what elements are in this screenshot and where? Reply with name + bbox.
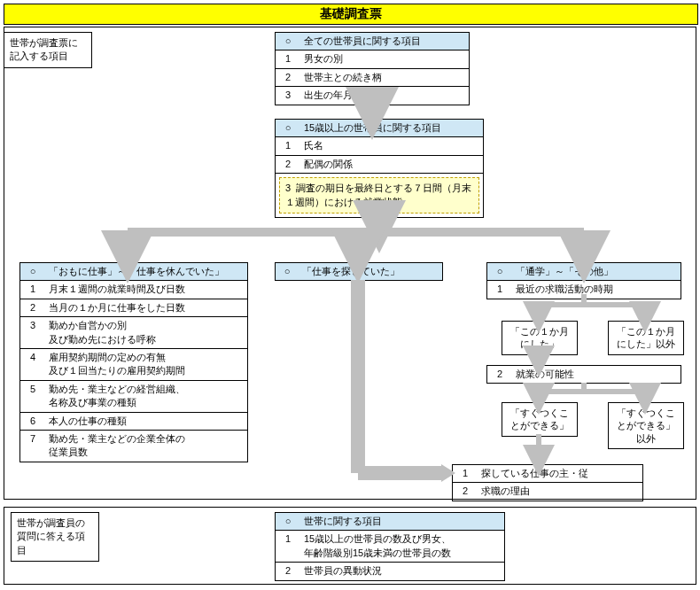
row-text: 当月の１か月に仕事をした日数: [45, 299, 248, 316]
section2-label: 世帯が調査員の質問に答える項目: [11, 512, 99, 562]
bullet: ○: [276, 263, 299, 281]
row-text: 世帯主との続き柄: [300, 68, 470, 86]
row-text: 勤めか自営かの別 及び勤め先における呼称: [45, 317, 248, 349]
row-text: 探している仕事の主・従: [478, 465, 643, 483]
row-text: 配偶の関係: [300, 155, 484, 173]
opt-last-month-yes: 「この１か月にした」: [502, 321, 578, 355]
row-text: 氏名: [300, 137, 484, 155]
header-text: 「通学」～「その他」: [512, 263, 681, 281]
box-all-members: ○全ての世帯員に関する項目 1男女の別 2世帯主との続き柄 3出生の年月: [275, 32, 470, 105]
row-text: 世帯員の異動状況: [300, 563, 505, 580]
box-mainly-work: ○「おもに仕事」～「仕事を休んでいた」 1月末１週間の就業時間及び日数 2当月の…: [19, 262, 248, 462]
row-text: 15歳以上の世帯員の数及び男女、 年齢階級別15歳未満の世帯員の数: [300, 531, 505, 563]
box-job-seeking: ○「仕事を探していた」: [275, 262, 443, 281]
dashed-employment-status: 3 調査の期日を最終日とする７日間（月末１週間）における就業状態: [279, 177, 479, 213]
box-employment-possibility: 2就業の可能性: [486, 365, 681, 384]
box-household: ○世帯に関する項目 115歳以上の世帯員の数及び男女、 年齢階級別15歳未満の世…: [275, 512, 505, 581]
row-text: 出生の年月: [300, 87, 470, 105]
row-text: 雇用契約期間の定めの有無 及び１回当たりの雇用契約期間: [45, 348, 248, 380]
box-schooling-other: ○「通学」～「その他」 1最近の求職活動の時期: [486, 262, 681, 299]
opt-can-start-yes: 「すぐつくことができる」: [502, 402, 578, 437]
header-text: 全ての世帯員に関する項目: [300, 33, 470, 50]
header-text: 世帯に関する項目: [300, 513, 505, 531]
header-text: 「おもに仕事」～「仕事を休んでいた」: [45, 263, 248, 281]
row-text: 男女の別: [300, 50, 470, 68]
row-text: 求職の理由: [478, 483, 643, 501]
opt-last-month-no: 「この１か月にした」以外: [608, 321, 684, 355]
page-title: 基礎調査票: [4, 4, 698, 25]
row-text: 勤め先・業主などの経営組織、 名称及び事業の種類: [45, 380, 248, 412]
row-text: 最近の求職活動の時期: [512, 281, 681, 299]
opt-can-start-no: 「すぐつくことができる」以外: [608, 402, 684, 449]
row-text: 月末１週間の就業時間及び日数: [45, 281, 248, 299]
bullet: ○: [487, 263, 513, 281]
diagram-canvas: 基礎調査票 世帯が調査票に記入する項目 ○全ての世帯員に関する項目 1男女の別 …: [4, 4, 696, 586]
box-job-search-details: 1探している仕事の主・従 2求職の理由: [452, 464, 643, 501]
bullet: ○: [20, 263, 46, 281]
header-text: 15歳以上の世帯員に関する項目: [300, 120, 484, 137]
bullet: ○: [276, 33, 301, 50]
bullet: ○: [276, 120, 301, 137]
row-text: 就業の可能性: [512, 366, 681, 384]
row-text: 本人の仕事の種類: [45, 412, 248, 430]
row-text: 勤め先・業主などの企業全体の 従業員数: [45, 430, 248, 462]
box-over15: ○15歳以上の世帯員に関する項目 1氏名 2配偶の関係 3 調査の期日を最終日と…: [275, 119, 484, 218]
header-text: 「仕事を探していた」: [299, 263, 443, 281]
bullet: ○: [276, 513, 301, 531]
section1-label: 世帯が調査票に記入する項目: [4, 32, 92, 68]
